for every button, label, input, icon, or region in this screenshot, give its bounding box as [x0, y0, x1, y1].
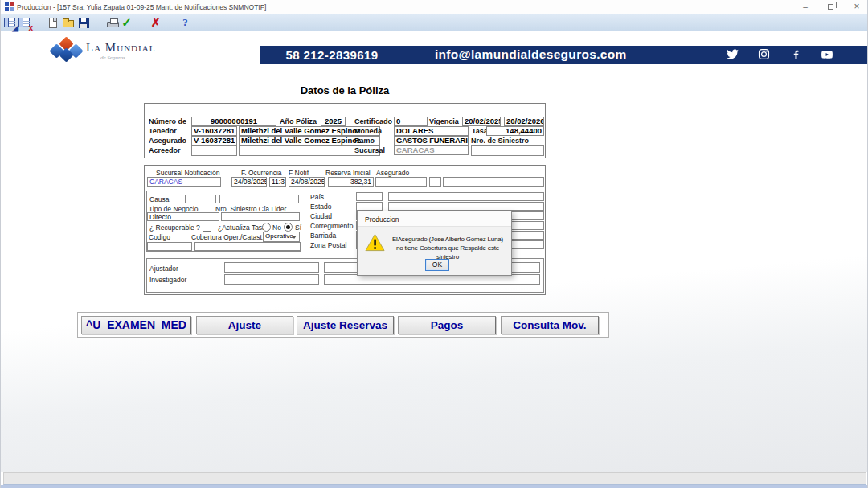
- tasa-field[interactable]: 148,44400: [486, 126, 544, 136]
- numero-label: Número de: [149, 118, 186, 125]
- reserva-field[interactable]: 382,31: [328, 177, 374, 187]
- cancel-icon[interactable]: ✗: [149, 16, 162, 30]
- contact-bar: 58 212-2839619 info@lamundialdeseguros.c…: [260, 46, 868, 64]
- dialog-title-bar: Produccion: [358, 211, 511, 227]
- pagos-button[interactable]: Pagos: [398, 316, 496, 334]
- f-ocurrencia-label: F. Ocurrencia: [241, 170, 282, 177]
- company-logo-name: La Mundial: [86, 41, 155, 55]
- tenedor-id-field[interactable]: V-16037281: [191, 126, 237, 136]
- cobertura-label: Cobertura Oper./Catast.: [191, 234, 264, 241]
- f-notif-field[interactable]: 24/08/2025: [289, 177, 325, 187]
- hora-field[interactable]: 11:36: [269, 177, 286, 187]
- actualiza-si-radio[interactable]: [284, 223, 293, 232]
- barriada-label: Barriada: [310, 232, 336, 240]
- tasa-label: Tasa: [472, 128, 488, 135]
- f-ocurrencia-field[interactable]: 24/08/2025: [231, 177, 267, 187]
- pais-codigo-field[interactable]: [356, 192, 383, 201]
- notif-asegurado-id-field[interactable]: [375, 177, 427, 187]
- nro-cia-field[interactable]: [221, 212, 300, 221]
- ano-poliza-field[interactable]: 2025: [321, 117, 346, 126]
- open-folder-icon[interactable]: [62, 16, 76, 30]
- sucursal-field: CARACAS: [394, 146, 469, 155]
- nro-siniestro-label: Nro. de Siniestro: [471, 137, 529, 145]
- ano-poliza-label: Año Póliza: [280, 118, 317, 125]
- app-icon: [5, 2, 14, 12]
- ajustador-id-field[interactable]: [224, 262, 319, 273]
- minimize-button[interactable]: –: [795, 0, 816, 14]
- cobertura-field[interactable]: [194, 242, 301, 251]
- acreedor-id-field[interactable]: [191, 146, 237, 156]
- estado-codigo-field[interactable]: [356, 202, 383, 211]
- record-new-icon[interactable]: ◢: [3, 16, 17, 30]
- corregimiento-label: Corregimiento: [310, 223, 353, 230]
- cobertura-dropdown[interactable]: Operativo: [263, 232, 300, 242]
- actualiza-no-radio[interactable]: [262, 223, 271, 232]
- asegurado-label: Asegurado: [149, 137, 186, 145]
- sucursal-notif-label: Sucursal Notificación: [156, 170, 219, 177]
- causa-desc-field[interactable]: [219, 195, 299, 203]
- ramo-label: Ramo: [354, 137, 375, 145]
- twitter-icon[interactable]: [727, 48, 739, 61]
- warning-icon: [365, 233, 385, 255]
- dialog-title: Produccion: [365, 215, 399, 223]
- moneda-field[interactable]: DOLARES: [394, 126, 469, 136]
- sucursal-label: Sucursal: [354, 147, 385, 154]
- vigencia-desde-field[interactable]: 20/02/2025: [462, 117, 501, 126]
- tenedor-label: Tenedor: [149, 128, 177, 135]
- dialog-message-line1: ElAsegurado (Jose Alberto Gomez Luna): [387, 235, 509, 244]
- investigador-label: Investigador: [149, 277, 186, 284]
- restore-icon: [828, 4, 833, 10]
- help-icon[interactable]: ?: [178, 16, 192, 30]
- examen-med-button[interactable]: ^U_EXAMEN_MED: [81, 316, 191, 334]
- causa-label: Causa: [149, 196, 170, 203]
- codigo-field[interactable]: [147, 242, 192, 251]
- close-button[interactable]: ×: [846, 0, 867, 14]
- email-address[interactable]: info@lamundialdeseguros.com: [435, 47, 627, 62]
- nro-siniestro-field[interactable]: [471, 145, 544, 156]
- causa-codigo-field[interactable]: [185, 195, 216, 203]
- recuperable-label: ¿ Recuperable ?: [149, 224, 200, 232]
- instagram-icon[interactable]: [758, 48, 771, 61]
- certificado-label: Certificado: [354, 118, 392, 125]
- window-title: Produccion - [157 Sra. Yulia Zapata 01-0…: [17, 3, 266, 11]
- estado-field[interactable]: [388, 202, 544, 211]
- vigencia-hasta-field[interactable]: 20/02/2026: [504, 117, 544, 126]
- acreedor-label: Acreedor: [149, 147, 181, 154]
- ajuste-reservas-button[interactable]: Ajuste Reservas: [297, 316, 394, 334]
- sucursal-notif-field[interactable]: CARACAS: [147, 177, 221, 187]
- company-logo-tagline: de Seguros: [100, 55, 125, 61]
- consulta-mov-button[interactable]: Consulta Mov.: [501, 316, 599, 334]
- restore-button[interactable]: [821, 0, 841, 14]
- window-bottom-edge: [1, 485, 868, 488]
- facebook-icon[interactable]: [790, 48, 803, 61]
- record-delete-icon[interactable]: x: [18, 16, 31, 30]
- recuperable-checkbox[interactable]: [203, 223, 211, 232]
- certificado-field[interactable]: 0: [394, 117, 428, 126]
- application-window: Produccion - [157 Sra. Yulia Zapata 01-0…: [0, 0, 868, 488]
- ajustador-label: Ajustador: [149, 265, 178, 273]
- ciudad-label: Ciudad: [310, 213, 332, 220]
- save-icon[interactable]: [77, 16, 91, 30]
- notif-asegurado-tipo-field[interactable]: [429, 177, 441, 187]
- pais-field[interactable]: [388, 192, 544, 201]
- youtube-icon[interactable]: [821, 48, 833, 61]
- new-document-icon[interactable]: [47, 16, 60, 30]
- ajuste-button[interactable]: Ajuste: [196, 316, 293, 334]
- notif-asegurado-nombre-field[interactable]: [443, 177, 544, 187]
- numero-poliza-field[interactable]: 90000000191: [191, 117, 276, 126]
- print-icon[interactable]: [106, 16, 120, 30]
- codigo-label: Codigo: [149, 234, 170, 241]
- tipo-negocio-field[interactable]: Directo: [147, 212, 219, 221]
- estado-label: Estado: [310, 203, 331, 211]
- actualiza-tasa-label: ¿Actualiza Tasa: [218, 224, 266, 232]
- investigador-id-field[interactable]: [224, 274, 319, 285]
- confirm-icon[interactable]: ✓: [120, 16, 133, 30]
- title-bar: Produccion - [157 Sra. Yulia Zapata 01-0…: [1, 0, 868, 14]
- ramo-field[interactable]: GASTOS FUNERARIO: [394, 136, 469, 146]
- asegurado-id-field[interactable]: V-16037281: [191, 136, 237, 146]
- reserva-label: Reserva Inicial: [326, 170, 371, 177]
- phone-number: 58 212-2839619: [268, 48, 396, 62]
- f-notif-label: F Notif: [289, 170, 309, 177]
- page-title: Datos de la Póliza: [144, 84, 546, 96]
- dialog-ok-button[interactable]: OK: [425, 259, 449, 271]
